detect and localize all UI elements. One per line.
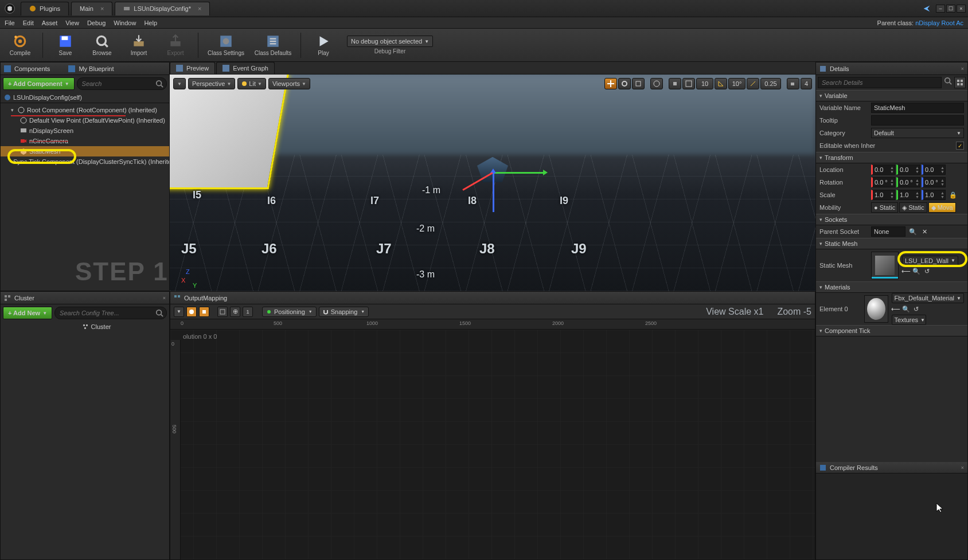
rotation-x-input[interactable]: 0.0 °▲▼: [871, 177, 895, 187]
tree-row-self[interactable]: LSUnDisplayConfig(self): [1, 92, 169, 103]
menu-view[interactable]: View: [65, 19, 79, 26]
location-x-input[interactable]: 0.0▲▼: [871, 165, 895, 175]
property-matrix-button[interactable]: [954, 77, 966, 88]
parent-socket-combo[interactable]: None: [871, 226, 905, 237]
add-new-button[interactable]: + Add New ▼: [3, 307, 52, 319]
event-graph-tab[interactable]: Event Graph: [216, 62, 275, 74]
clear-icon[interactable]: ✕: [920, 228, 928, 236]
scale-snap-button[interactable]: [747, 78, 759, 89]
minimize-button[interactable]: –: [936, 5, 945, 13]
cluster-root[interactable]: Cluster: [1, 322, 169, 332]
category-transform[interactable]: ▾Transform: [816, 152, 967, 163]
browse-icon[interactable]: 🔍: [902, 305, 910, 313]
class-settings-button[interactable]: Class Settings: [203, 30, 249, 61]
use-selected-icon[interactable]: ⟵: [892, 305, 900, 313]
play-button[interactable]: Play: [306, 30, 341, 61]
tree-row-staticmesh[interactable]: StaticMesh: [1, 146, 169, 156]
compiler-results-header[interactable]: Compiler Results ×: [816, 462, 967, 473]
gizmo-x-axis[interactable]: [493, 172, 544, 174]
category-static-mesh[interactable]: ▾Static Mesh: [816, 238, 967, 249]
om-tool1-button[interactable]: [186, 307, 197, 317]
tree-row-ndisplayscreen[interactable]: nDisplayScreen: [1, 126, 169, 136]
location-y-input[interactable]: 0.0▲▼: [896, 165, 920, 175]
tree-row-root-component[interactable]: ▾ Root Component (RootComponent) (Inheri…: [1, 105, 169, 115]
menu-debug[interactable]: Debug: [87, 19, 106, 26]
reset-icon[interactable]: ↺: [923, 268, 931, 276]
om-grid-button[interactable]: [217, 307, 228, 317]
scale-mode-button[interactable]: [632, 78, 645, 89]
compile-button[interactable]: Compile: [2, 30, 38, 61]
doc-tab-main[interactable]: Main ×: [71, 2, 112, 15]
browse-icon[interactable]: 🔍: [912, 268, 920, 276]
search-icon[interactable]: 🔍: [909, 228, 917, 236]
parent-class-link[interactable]: nDisplay Root Ac: [915, 19, 963, 26]
category-materials[interactable]: ▾Materials: [816, 281, 967, 293]
angle-snap-button[interactable]: [715, 78, 727, 89]
angle-snap-value[interactable]: 10°: [728, 78, 745, 89]
mobility-static1[interactable]: ●Static: [871, 202, 898, 213]
tree-row-default-viewpoint[interactable]: Default View Point (DefaultViewPoint) (I…: [1, 115, 169, 126]
snapping-combo[interactable]: Snapping▼: [319, 307, 369, 317]
local-world-button[interactable]: [650, 78, 663, 89]
tree-row-synctick[interactable]: Sync Tick Component (DisplayClusterSyncT…: [1, 156, 169, 167]
doc-tab-plugins[interactable]: Plugins: [21, 2, 69, 15]
components-search-input[interactable]: [77, 77, 167, 90]
static-mesh-asset-combo[interactable]: LSU_LED_Wall ▼: [902, 256, 958, 266]
mobility-stationary[interactable]: ◈Static: [899, 202, 927, 213]
preview-viewport[interactable]: I5 I6 I7 I8 I9 J5 J6 J7 J8 J9 -1 m -2 m …: [170, 75, 815, 291]
translate-gizmo[interactable]: [493, 172, 494, 173]
maximize-button[interactable]: ☐: [946, 5, 955, 13]
class-defaults-button[interactable]: Class Defaults: [250, 30, 296, 61]
reset-icon[interactable]: ↺: [912, 305, 920, 313]
close-icon[interactable]: ×: [961, 66, 964, 72]
om-tool2-button[interactable]: [199, 307, 209, 317]
browse-button[interactable]: Browse: [84, 30, 120, 61]
translate-mode-button[interactable]: [604, 78, 617, 89]
add-component-button[interactable]: + Add Component ▼: [3, 77, 75, 90]
textures-combo[interactable]: Textures▼: [892, 315, 926, 325]
category-component-tick[interactable]: ▾Component Tick: [816, 325, 967, 336]
close-icon[interactable]: ×: [100, 5, 104, 12]
lit-combo[interactable]: Lit▼: [237, 78, 266, 89]
camera-speed-value[interactable]: 4: [801, 78, 812, 89]
output-mapping-canvas[interactable]: 0 500 olution 0 x 0: [170, 330, 815, 559]
static-mesh-thumbnail[interactable]: [871, 252, 899, 279]
debug-object-combo[interactable]: No debug object selected ▼: [347, 36, 433, 47]
close-icon[interactable]: ×: [961, 465, 964, 471]
menu-help[interactable]: Help: [144, 19, 157, 26]
om-zoom1to1-button[interactable]: 1: [243, 307, 253, 317]
om-zoomfit-button[interactable]: ⊕: [230, 307, 240, 317]
expand-arrow-icon[interactable]: ▾: [11, 107, 15, 113]
save-button[interactable]: Save: [48, 30, 83, 61]
details-search-input[interactable]: [818, 77, 942, 88]
scale-x-input[interactable]: 1.0▲▼: [871, 190, 895, 200]
variable-name-input[interactable]: [871, 103, 964, 113]
menu-edit[interactable]: Edit: [23, 19, 34, 26]
use-selected-icon[interactable]: ⟵: [902, 268, 910, 276]
grid-snap-button[interactable]: [682, 78, 695, 89]
menu-file[interactable]: File: [5, 19, 15, 26]
import-button[interactable]: Import: [121, 30, 157, 61]
tooltip-input[interactable]: [871, 115, 964, 126]
location-z-input[interactable]: 0.0▲▼: [922, 165, 946, 175]
perspective-combo[interactable]: Perspective▼: [188, 78, 235, 89]
tree-row-ncinecamera[interactable]: nCineCamera: [1, 136, 169, 146]
category-sockets[interactable]: ▾Sockets: [816, 214, 967, 225]
scale-z-input[interactable]: 1.0▲▼: [922, 190, 946, 200]
grid-snap-value[interactable]: 10: [696, 78, 713, 89]
viewport-options-button[interactable]: ▼: [173, 78, 186, 89]
camera-speed-button[interactable]: [787, 78, 799, 89]
positioning-combo[interactable]: Positioning▼: [262, 307, 317, 317]
scale-snap-value[interactable]: 0.25: [760, 78, 781, 89]
doc-tab-config[interactable]: LSUnDisplayConfig* ×: [115, 2, 210, 15]
category-variable[interactable]: ▾Variable: [816, 90, 967, 101]
scale-y-input[interactable]: 1.0▲▼: [896, 190, 920, 200]
material-asset-combo[interactable]: Fbx_Default_Material ▼: [892, 293, 964, 303]
viewports-combo[interactable]: Viewports▼: [268, 78, 310, 89]
rotate-mode-button[interactable]: [618, 78, 631, 89]
lock-icon[interactable]: 🔒: [949, 191, 957, 199]
preview-tab[interactable]: Preview: [170, 62, 215, 74]
editable-checkbox[interactable]: ✓: [956, 142, 964, 150]
send-to-icon[interactable]: [922, 4, 931, 13]
close-icon[interactable]: ×: [163, 295, 166, 301]
